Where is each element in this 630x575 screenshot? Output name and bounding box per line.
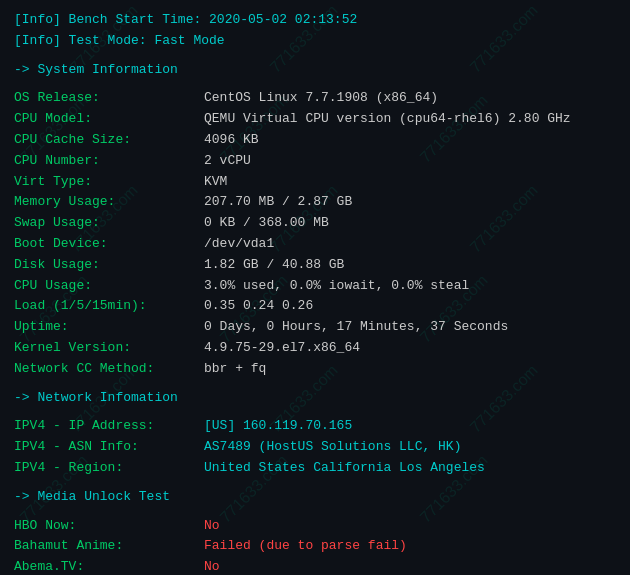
row-key: IPV4 - ASN Info: [14, 437, 204, 458]
table-row: Uptime:0 Days, 0 Hours, 17 Minutes, 37 S… [14, 317, 616, 338]
row-key: CPU Usage: [14, 276, 204, 297]
table-row: Kernel Version:4.9.75-29.el7.x86_64 [14, 338, 616, 359]
table-row: Network CC Method:bbr + fq [14, 359, 616, 380]
row-key: Abema.TV: [14, 557, 204, 575]
row-key: OS Release: [14, 88, 204, 109]
network-section-header: -> Network Infomation [14, 388, 616, 409]
table-row: Load (1/5/15min):0.35 0.24 0.26 [14, 296, 616, 317]
table-row: Boot Device:/dev/vda1 [14, 234, 616, 255]
table-row: CPU Model:QEMU Virtual CPU version (cpu6… [14, 109, 616, 130]
table-row: CPU Number:2 vCPU [14, 151, 616, 172]
table-row: IPV4 - Region:United States California L… [14, 458, 616, 479]
row-key: Disk Usage: [14, 255, 204, 276]
table-row: Bahamut Anime:Failed (due to parse fail) [14, 536, 616, 557]
row-value: Failed (due to parse fail) [204, 536, 407, 557]
table-row: CPU Usage:3.0% used, 0.0% iowait, 0.0% s… [14, 276, 616, 297]
table-row: Memory Usage:207.70 MB / 2.87 GB [14, 192, 616, 213]
row-key: Virt Type: [14, 172, 204, 193]
table-row: IPV4 - IP Address:[US] 160.119.70.165 [14, 416, 616, 437]
row-key: CPU Cache Size: [14, 130, 204, 151]
row-value: 1.82 GB / 40.88 GB [204, 255, 344, 276]
row-value: KVM [204, 172, 227, 193]
info-test-mode: [Info] Test Mode: Fast Mode [14, 31, 616, 52]
system-rows: OS Release:CentOS Linux 7.7.1908 (x86_64… [14, 88, 616, 379]
table-row: CPU Cache Size:4096 KB [14, 130, 616, 151]
media-rows: HBO Now:NoBahamut Anime:Failed (due to p… [14, 516, 616, 575]
row-value: 4.9.75-29.el7.x86_64 [204, 338, 360, 359]
row-value: [US] 160.119.70.165 [204, 416, 352, 437]
table-row: OS Release:CentOS Linux 7.7.1908 (x86_64… [14, 88, 616, 109]
table-row: IPV4 - ASN Info:AS7489 (HostUS Solutions… [14, 437, 616, 458]
terminal: [Info] Bench Start Time: 2020-05-02 02:1… [14, 10, 616, 575]
table-row: Abema.TV:No [14, 557, 616, 575]
row-value: 4096 KB [204, 130, 259, 151]
row-key: Network CC Method: [14, 359, 204, 380]
system-section-header: -> System Information [14, 60, 616, 81]
row-value: No [204, 516, 220, 537]
row-value: 0 Days, 0 Hours, 17 Minutes, 37 Seconds [204, 317, 508, 338]
row-value: No [204, 557, 220, 575]
table-row: Disk Usage:1.82 GB / 40.88 GB [14, 255, 616, 276]
row-value: 3.0% used, 0.0% iowait, 0.0% steal [204, 276, 469, 297]
row-value: 0 KB / 368.00 MB [204, 213, 329, 234]
row-key: Kernel Version: [14, 338, 204, 359]
row-key: CPU Model: [14, 109, 204, 130]
row-value: QEMU Virtual CPU version (cpu64-rhel6) 2… [204, 109, 571, 130]
row-value: bbr + fq [204, 359, 266, 380]
row-key: IPV4 - Region: [14, 458, 204, 479]
row-key: Memory Usage: [14, 192, 204, 213]
info-bench-start: [Info] Bench Start Time: 2020-05-02 02:1… [14, 10, 616, 31]
row-key: Load (1/5/15min): [14, 296, 204, 317]
row-key: Boot Device: [14, 234, 204, 255]
media-section-header: -> Media Unlock Test [14, 487, 616, 508]
table-row: Virt Type:KVM [14, 172, 616, 193]
row-value: 207.70 MB / 2.87 GB [204, 192, 352, 213]
network-rows: IPV4 - IP Address:[US] 160.119.70.165IPV… [14, 416, 616, 478]
row-value: /dev/vda1 [204, 234, 274, 255]
row-value: CentOS Linux 7.7.1908 (x86_64) [204, 88, 438, 109]
row-key: HBO Now: [14, 516, 204, 537]
row-value: United States California Los Angeles [204, 458, 485, 479]
row-key: IPV4 - IP Address: [14, 416, 204, 437]
row-key: Uptime: [14, 317, 204, 338]
row-value: 2 vCPU [204, 151, 251, 172]
row-key: Bahamut Anime: [14, 536, 204, 557]
row-value: 0.35 0.24 0.26 [204, 296, 313, 317]
table-row: HBO Now:No [14, 516, 616, 537]
row-value: AS7489 (HostUS Solutions LLC, HK) [204, 437, 461, 458]
table-row: Swap Usage:0 KB / 368.00 MB [14, 213, 616, 234]
row-key: CPU Number: [14, 151, 204, 172]
row-key: Swap Usage: [14, 213, 204, 234]
